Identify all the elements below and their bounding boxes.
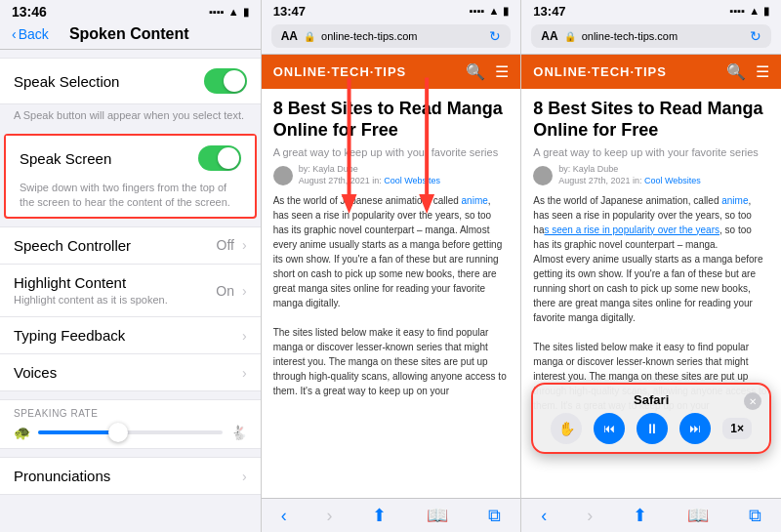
safari-bottom-bar-2: ‹ › ⬆ 📖 ⧉ — [262, 498, 521, 532]
url-bar-2[interactable]: AA 🔒 online-tech-tips.com ↻ — [271, 24, 512, 48]
page-title-1: Spoken Content — [49, 25, 210, 43]
controller-buttons: ✋ ⏮ ⏸ ⏭ 1× — [545, 413, 758, 444]
safari-bottom-bar-3: ‹ › ⬆ 📖 ⧉ — [521, 498, 781, 532]
typing-feedback-item[interactable]: Typing Feedback › — [0, 317, 261, 354]
highlight-content-sublabel: Highlight content as it is spoken. — [14, 293, 168, 307]
next-button[interactable]: ⏭ — [679, 413, 711, 444]
search-icon-3[interactable]: 🔍 — [726, 62, 746, 81]
author-link-2[interactable]: Cool Websites — [384, 176, 440, 185]
reload-icon-3[interactable]: ↻ — [750, 28, 761, 44]
share-icon-3[interactable]: ⬆ — [633, 505, 647, 526]
status-time-1: 13:46 — [12, 4, 47, 20]
tabs-icon-2[interactable]: ⧉ — [488, 506, 501, 526]
url-aa-2: AA — [281, 29, 298, 43]
author-date-2: August 27th, 2021 in: Cool Websites — [299, 176, 440, 187]
controller-title: Safari — [545, 392, 758, 407]
pronunciations-item[interactable]: Pronunciations › — [0, 457, 261, 495]
menu-icon-3[interactable]: ☰ — [756, 62, 769, 81]
voices-item[interactable]: Voices › — [0, 354, 261, 391]
speaking-rate-slider[interactable] — [38, 430, 223, 434]
lock-icon-2: 🔒 — [304, 31, 315, 42]
author-date-3: August 27th, 2021 in: Cool Websites — [558, 176, 700, 187]
url-bar-3[interactable]: AA 🔒 online-tech-tips.com ↻ — [531, 24, 771, 48]
status-time-3: 13:47 — [533, 4, 565, 19]
safari-nav-2: AA 🔒 online-tech-tips.com ↻ — [262, 20, 521, 55]
toggle-knob — [224, 70, 245, 92]
article-body-3: As the world of Japanese animation, call… — [533, 193, 769, 413]
speed-button[interactable]: 1× — [722, 418, 752, 439]
battery-icon-3: ▮ — [763, 5, 769, 18]
lock-icon-3: 🔒 — [564, 31, 576, 42]
menu-icon-2[interactable]: ☰ — [495, 62, 509, 81]
article-meta-2: by: Kayla Dube August 27th, 2021 in: Coo… — [273, 164, 510, 186]
status-icons-1: ▪▪▪▪ ▲ ▮ — [209, 6, 249, 19]
voices-label: Voices — [14, 364, 57, 381]
speech-controller-value: Off — [217, 237, 234, 253]
prev-button[interactable]: ⏮ — [594, 413, 625, 444]
settings-list: Speak Selection A Speak button will appe… — [0, 50, 261, 532]
url-aa-3: AA — [541, 29, 557, 43]
status-bar-3: 13:47 ▪▪▪▪ ▲ ▮ — [521, 0, 781, 20]
tabs-icon-3[interactable]: ⧉ — [749, 506, 761, 526]
pause-button[interactable]: ⏸ — [637, 413, 668, 444]
chevron-right-icon-4: › — [242, 365, 247, 381]
speak-screen-footer: Swipe down with two fingers from the top… — [6, 181, 255, 217]
article-meta-3: by: Kayla Dube August 27th, 2021 in: Coo… — [533, 164, 769, 186]
signal-icon-3: ▪▪▪▪ — [730, 5, 746, 18]
toggle-knob-2 — [218, 147, 239, 169]
highlight-content-item[interactable]: Highlight Content Highlight content as i… — [0, 265, 261, 317]
forward-nav-icon-3[interactable]: › — [587, 506, 593, 526]
speak-selection-label: Speak Selection — [14, 73, 119, 90]
wifi-icon-3: ▲ — [749, 5, 760, 18]
safari-panel-3: 13:47 ▪▪▪▪ ▲ ▮ AA 🔒 online-tech-tips.com… — [520, 0, 781, 532]
typing-feedback-label: Typing Feedback — [14, 327, 125, 344]
pronunciations-label: Pronunciations — [14, 468, 110, 484]
slider-fill — [38, 430, 111, 434]
highlight-content-value: On — [216, 283, 234, 299]
status-bar-2: 13:47 ▪▪▪▪ ▲ ▮ — [262, 0, 521, 20]
chevron-right-icon-3: › — [242, 328, 247, 344]
speak-selection-item[interactable]: Speak Selection — [0, 58, 261, 104]
controller-close-button[interactable]: ✕ — [744, 392, 761, 410]
speaking-rate-section: SPEAKING RATE 🐢 🐇 — [0, 399, 261, 449]
signal-icon: ▪▪▪▪ — [209, 6, 225, 18]
author-info-3: by: Kayla Dube August 27th, 2021 in: Coo… — [558, 164, 700, 186]
site-logo-3: ONLINE·TECH·TIPS — [533, 64, 667, 79]
speech-controller-label: Speech Controller — [14, 237, 131, 254]
chevron-right-icon-1: › — [242, 237, 247, 253]
safari-nav-3: AA 🔒 online-tech-tips.com ↻ — [521, 20, 781, 55]
highlight-content-label: Highlight Content — [14, 274, 168, 291]
search-icon-2[interactable]: 🔍 — [466, 62, 485, 81]
battery-icon-2: ▮ — [503, 5, 509, 18]
media-controller: Safari ✕ ✋ ⏮ ⏸ ⏭ 1× — [531, 383, 771, 454]
speak-screen-item[interactable]: Speak Screen — [6, 136, 255, 181]
back-nav-icon-2[interactable]: ‹ — [281, 506, 287, 526]
speak-screen-container: Speak Screen Swipe down with two fingers… — [4, 134, 257, 219]
article-subtitle-2: A great way to keep up with your favorit… — [273, 146, 510, 158]
speech-controller-item[interactable]: Speech Controller Off › — [0, 226, 261, 265]
slider-thumb — [108, 423, 128, 442]
forward-nav-icon-2[interactable]: › — [327, 506, 333, 526]
anime-link-3[interactable]: anime — [721, 195, 748, 206]
speak-screen-toggle[interactable] — [198, 145, 241, 171]
article-subtitle-3: A great way to keep up with your favorit… — [533, 146, 769, 158]
reload-icon-2[interactable]: ↻ — [489, 28, 501, 44]
site-header-icons-2: 🔍 ☰ — [466, 62, 509, 81]
back-nav-icon-3[interactable]: ‹ — [541, 506, 547, 526]
author-link-3[interactable]: Cool Websites — [644, 176, 701, 185]
article-body-2: As the world of Japanese animation, call… — [273, 193, 510, 398]
anime-link[interactable]: anime — [462, 195, 488, 206]
bookmarks-icon-3[interactable]: 📖 — [687, 505, 709, 526]
article-title-3: 8 Best Sites to Read Manga Online for Fr… — [533, 99, 769, 141]
share-icon-2[interactable]: ⬆ — [372, 505, 387, 526]
url-text-3: online-tech-tips.com — [582, 30, 744, 42]
battery-icon: ▮ — [243, 6, 249, 19]
site-header-2: ONLINE·TECH·TIPS 🔍 ☰ — [262, 55, 521, 89]
article-title-2: 8 Best Sites to Read Manga Online for Fr… — [273, 99, 510, 141]
drag-button[interactable]: ✋ — [551, 413, 582, 444]
wifi-icon-2: ▲ — [488, 5, 499, 18]
back-button[interactable]: ‹ Back — [12, 26, 49, 42]
bookmarks-icon-2[interactable]: 📖 — [427, 505, 448, 526]
speak-selection-toggle[interactable] — [204, 68, 247, 94]
rabbit-icon: 🐇 — [230, 425, 247, 440]
